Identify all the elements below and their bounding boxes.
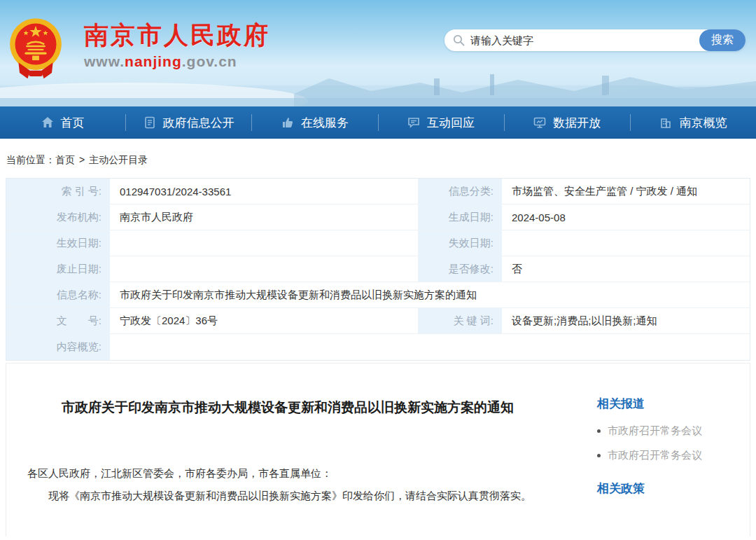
nav-item-label: 首页 xyxy=(61,115,85,131)
search-button[interactable]: 搜索 xyxy=(699,29,746,51)
meta-label-index-number: 索 引 号: xyxy=(6,179,110,205)
list-item[interactable]: 市政府召开常务会议 xyxy=(597,443,743,468)
nav-item-label: 在线服务 xyxy=(301,115,349,131)
article-paragraph: 现将《南京市推动大规模设备更新和消费品以旧换新实施方案》印发给你们，请结合实际认… xyxy=(27,485,548,507)
breadcrumb: 当前位置：首页>主动公开目录 xyxy=(0,139,756,178)
meta-value-issuing-agency: 南京市人民政府 xyxy=(110,205,418,230)
site-header: 南京市人民政府 www.nanjing.gov.cn 搜索 xyxy=(0,0,756,106)
nav-item-open-data[interactable]: 数据开放 xyxy=(505,106,630,139)
meta-value-keywords: 设备更新;消费品;以旧换新;通知 xyxy=(502,308,750,334)
article-main: 市政府关于印发南京市推动大规模设备更新和消费品以旧换新实施方案的通知 各区人民政… xyxy=(6,364,566,536)
meta-label-abolish-date: 废止日期: xyxy=(6,256,110,282)
related-reports-list: 市政府召开常务会议 市政府召开常务会议 xyxy=(597,419,743,468)
meta-label-expiry-date: 失效日期: xyxy=(418,230,502,256)
chat-bubble-icon xyxy=(407,116,420,129)
meta-value-abolish-date xyxy=(110,256,418,282)
national-emblem xyxy=(7,15,64,80)
site-url-name: nanjing xyxy=(125,53,182,69)
article-paragraph: 各区人民政府，江北新区管委会，市府各委办局，市各直属单位： xyxy=(27,462,548,485)
meta-label-keywords: 关 键 词: xyxy=(418,308,502,334)
breadcrumb-current[interactable]: 主动公开目录 xyxy=(89,154,148,165)
site-url-www: www. xyxy=(84,53,125,69)
list-item[interactable]: 市政府召开常务会议 xyxy=(597,419,743,443)
nav-item-home[interactable]: 首页 xyxy=(0,106,125,139)
document-icon xyxy=(144,116,156,129)
site-identity: 南京市人民政府 www.nanjing.gov.cn xyxy=(84,21,270,70)
meta-label-issuing-agency: 发布机构: xyxy=(6,205,110,230)
nav-item-label: 互动回应 xyxy=(427,115,475,131)
meta-label-info-category: 信息分类: xyxy=(418,179,502,205)
meta-value-modified: 否 xyxy=(502,256,750,282)
article-title: 市政府关于印发南京市推动大规模设备更新和消费品以旧换新实施方案的通知 xyxy=(61,394,514,420)
main-nav: 首页 政府信息公开 在线服务 互动回应 数据开放 南京概览 xyxy=(0,106,756,139)
meta-label-create-date: 生成日期: xyxy=(418,205,502,230)
meta-value-info-name: 市政府关于印发南京市推动大规模设备更新和消费品以旧换新实施方案的通知 xyxy=(110,282,750,308)
breadcrumb-prefix: 当前位置： xyxy=(6,154,55,165)
bullet-icon xyxy=(597,454,601,457)
breadcrumb-separator: > xyxy=(79,154,85,165)
home-icon xyxy=(41,116,54,129)
breadcrumb-home-link[interactable]: 首页 xyxy=(55,154,75,165)
meta-value-doc-number: 宁政发〔2024〕36号 xyxy=(110,308,418,334)
nav-item-label: 数据开放 xyxy=(553,115,601,131)
site-url: www.nanjing.gov.cn xyxy=(84,53,270,70)
meta-label-modified: 是否修改: xyxy=(418,256,502,282)
nav-item-label: 南京概览 xyxy=(679,115,727,131)
meta-value-info-category: 市场监管、安全生产监管 / 宁政发 / 通知 xyxy=(502,179,750,205)
bullet-icon xyxy=(597,429,601,433)
meta-value-effective-date xyxy=(110,230,418,256)
sidebar-section-related-policies[interactable]: 相关政策 xyxy=(597,480,743,497)
nav-item-gov-info[interactable]: 政府信息公开 xyxy=(126,106,251,139)
meta-label-doc-number: 文 号: xyxy=(6,308,110,334)
building-icon xyxy=(659,116,672,129)
article-body: 各区人民政府，江北新区管委会，市府各委办局，市各直属单位： 现将《南京市推动大规… xyxy=(27,462,548,507)
monitor-icon xyxy=(533,116,546,129)
related-report-link: 市政府召开常务会议 xyxy=(608,424,702,438)
sidebar-section-related-reports[interactable]: 相关报道 xyxy=(597,396,743,412)
nav-item-online-services[interactable]: 在线服务 xyxy=(252,106,377,139)
nav-item-overview[interactable]: 南京概览 xyxy=(631,106,756,139)
meta-value-content-overview xyxy=(110,334,750,360)
meta-label-content-overview: 内容概览: xyxy=(6,334,110,360)
related-report-link: 市政府召开常务会议 xyxy=(608,449,702,462)
search-icon xyxy=(453,34,465,46)
meta-label-effective-date: 生效日期: xyxy=(6,230,110,256)
meta-value-expiry-date xyxy=(502,230,750,256)
related-sidebar: 相关报道 市政府召开常务会议 市政府召开常务会议 相关政策 xyxy=(566,364,750,536)
meta-value-index-number: 012947031/2024-33561 xyxy=(110,179,418,205)
nav-item-label: 政府信息公开 xyxy=(163,115,234,131)
document-meta-table: 索 引 号: 012947031/2024-33561 信息分类: 市场监管、安… xyxy=(6,178,750,361)
site-title: 南京市人民政府 xyxy=(84,21,270,49)
meta-label-info-name: 信息名称: xyxy=(6,282,110,308)
meta-value-create-date: 2024-05-08 xyxy=(502,205,750,230)
nav-item-interaction[interactable]: 互动回应 xyxy=(379,106,504,139)
site-url-rest: .gov.cn xyxy=(182,53,237,69)
search-bar: 搜索 xyxy=(444,29,746,51)
search-input[interactable] xyxy=(465,34,699,46)
article-container: 市政府关于印发南京市推动大规模设备更新和消费品以旧换新实施方案的通知 各区人民政… xyxy=(6,363,750,536)
thumbs-up-icon xyxy=(281,116,294,129)
